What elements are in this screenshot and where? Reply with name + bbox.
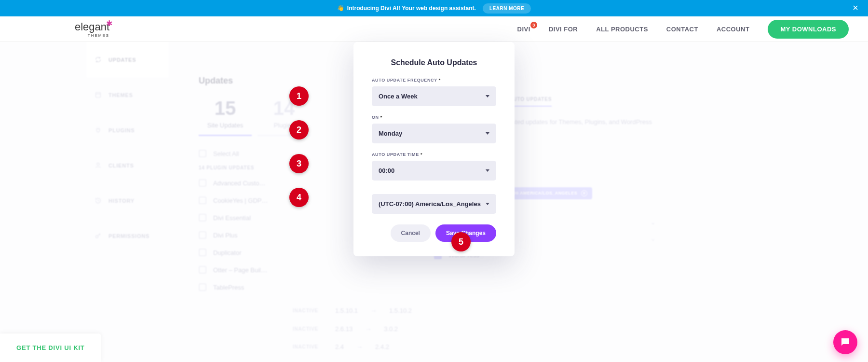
step-badge-3: 3 bbox=[289, 154, 309, 173]
close-icon[interactable] bbox=[852, 4, 859, 13]
schedule-modal: Schedule Auto Updates AUTO UPDATE FREQUE… bbox=[353, 42, 515, 256]
main-nav: DIVI3 DIVI FOR ALL PRODUCTS CONTACT ACCO… bbox=[517, 20, 849, 39]
step-badge-2: 2 bbox=[289, 120, 309, 139]
chat-bubble-icon[interactable] bbox=[833, 330, 857, 354]
nav-divi[interactable]: DIVI3 bbox=[517, 26, 530, 33]
my-downloads-button[interactable]: MY DOWNLOADS bbox=[768, 20, 849, 39]
nav-all-products[interactable]: ALL PRODUCTS bbox=[596, 26, 648, 33]
learn-more-button[interactable]: LEARN MORE bbox=[483, 3, 531, 14]
step-badge-5: 5 bbox=[451, 232, 471, 251]
site-header: elegant✱ THEMES DIVI3 DIVI FOR ALL PRODU… bbox=[0, 16, 868, 42]
announcement-emoji: 👋 bbox=[337, 5, 344, 12]
get-ui-kit-button[interactable]: GET THE DIVI UI KIT bbox=[0, 334, 101, 362]
frequency-select[interactable]: Once a Week bbox=[372, 86, 496, 106]
step-badge-4: 4 bbox=[289, 188, 309, 207]
logo[interactable]: elegant✱ THEMES bbox=[75, 21, 109, 38]
logo-star-icon: ✱ bbox=[106, 19, 112, 28]
announcement-bar: 👋 Introducing Divi AI! Your web design a… bbox=[0, 0, 868, 16]
nav-account[interactable]: ACCOUNT bbox=[717, 26, 750, 33]
nav-divi-badge: 3 bbox=[530, 22, 537, 28]
frequency-label: AUTO UPDATE FREQUENCY * bbox=[372, 78, 496, 83]
timezone-select[interactable]: (UTC-07:00) America/Los_Angeles bbox=[372, 194, 496, 214]
on-label: ON * bbox=[372, 115, 496, 120]
logo-sub: THEMES bbox=[75, 33, 109, 38]
page: UPDATES THEMES PLUGINS CLIENTS HISTORY P… bbox=[0, 42, 868, 362]
nav-contact[interactable]: CONTACT bbox=[666, 26, 698, 33]
time-select[interactable]: 00:00 bbox=[372, 161, 496, 181]
announcement-text: Introducing Divi AI! Your web design ass… bbox=[347, 5, 476, 12]
step-badge-1: 1 bbox=[289, 86, 309, 106]
cancel-button[interactable]: Cancel bbox=[391, 224, 431, 242]
logo-main: elegant bbox=[75, 21, 109, 33]
nav-divi-for[interactable]: DIVI FOR bbox=[549, 26, 578, 33]
day-select[interactable]: Monday bbox=[372, 124, 496, 143]
modal-title: Schedule Auto Updates bbox=[372, 58, 496, 67]
time-label: AUTO UPDATE TIME * bbox=[372, 152, 496, 157]
